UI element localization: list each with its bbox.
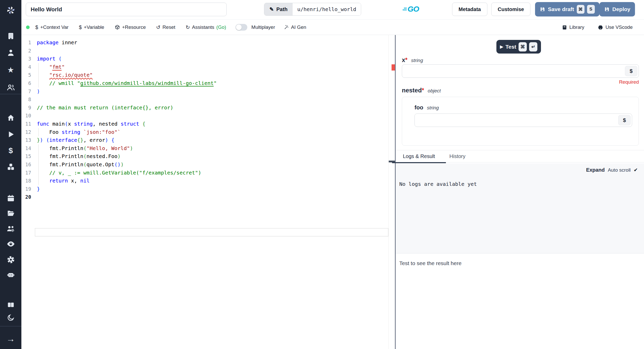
topbar: ✎ Path u/henri/hello_world GO Metadata C… [21, 0, 644, 20]
result-tabs: Logs & Result History [396, 150, 644, 162]
line-number: 19 [21, 185, 31, 193]
editor-overview-ruler[interactable] [388, 35, 395, 349]
library-button[interactable]: Library [562, 24, 584, 30]
autoscroll-checkbox[interactable]: ✔ [634, 167, 638, 173]
sidebar-item-audit[interactable] [0, 237, 21, 251]
nested-field-label: nested* object [402, 87, 441, 94]
rotate-ccw-icon: ↺ [156, 25, 160, 30]
customise-button[interactable]: Customise [491, 3, 530, 16]
sidebar-item-dark-mode[interactable] [0, 310, 21, 325]
assistants-button[interactable]: ↻ Assistants (Go) [186, 24, 226, 30]
sidebar-item-groups[interactable] [0, 80, 21, 95]
autoscroll-label: Auto scroll [608, 167, 631, 173]
code-line: // the main must return (interface{}, er… [37, 104, 388, 112]
code-line: } [37, 185, 388, 193]
sidebar-collapse-button[interactable]: → [0, 331, 21, 346]
assistants-lang-badge: (Go) [216, 24, 226, 30]
robot-icon [6, 271, 15, 279]
sidebar-item-variables[interactable]: $ [0, 143, 21, 158]
script-title-input[interactable] [26, 3, 227, 16]
editor-code[interactable]: package innerimport ( "fmt" "rsc.io/quot… [37, 39, 388, 201]
path-button-label: Path [276, 6, 287, 12]
status-green-dot [26, 25, 30, 29]
package-box-icon [115, 25, 120, 30]
code-line: return x, nil [37, 177, 388, 185]
code-line: ) [37, 88, 388, 96]
wand-icon [284, 25, 289, 30]
add-context-var-label: +Context Var [40, 24, 69, 30]
line-number: 20 [21, 193, 31, 201]
dollar-icon: $ [79, 25, 82, 30]
moon-icon [7, 314, 15, 321]
code-line: fmt.Println("Hello, World") [37, 144, 388, 153]
add-context-var-button[interactable]: $ +Context Var [35, 24, 69, 30]
x-field-var-picker-button[interactable]: $ [625, 66, 637, 76]
workspace-building-icon [7, 32, 15, 40]
github-icon [598, 24, 603, 30]
deploy-label: Deploy [612, 6, 630, 12]
line-number: 7 [21, 88, 31, 96]
metadata-button[interactable]: Metadata [452, 3, 487, 16]
sidebar-item-home[interactable] [0, 111, 21, 125]
nested-field-name: nested [402, 87, 422, 94]
dollar-icon: $ [35, 25, 38, 30]
sidebar-item-user[interactable] [0, 46, 21, 60]
path-value[interactable]: u/henri/hello_world [293, 3, 361, 15]
path-group: ✎ Path u/henri/hello_world [264, 3, 361, 16]
add-resource-button[interactable]: +Resource [115, 24, 146, 30]
save-icon [604, 6, 610, 12]
dollar-icon: $ [9, 147, 13, 154]
assistants-label: Assistants [192, 24, 214, 30]
add-variable-label: +Variable [84, 24, 104, 30]
eye-icon [6, 240, 15, 248]
save-icon [540, 6, 545, 12]
multiplayer-toggle[interactable] [235, 24, 247, 31]
sidebar-item-docs[interactable] [0, 298, 21, 312]
use-vscode-label: Use VScode [605, 24, 633, 30]
code-line: "rsc.io/quote" [37, 71, 388, 79]
sidebar-item-resources[interactable] [0, 160, 21, 174]
x-field-type: string [411, 58, 423, 63]
windmill-logo[interactable] [0, 3, 21, 18]
line-number: 16 [21, 161, 31, 169]
add-variable-button[interactable]: $ +Variable [79, 24, 104, 30]
code-editor[interactable]: 1234567891011121314151617181920 package … [21, 35, 395, 349]
sidebar-item-folders[interactable] [0, 206, 21, 220]
user-icon [7, 49, 15, 57]
sidebar-item-workers[interactable] [0, 222, 21, 236]
sidebar-item-settings[interactable] [0, 252, 21, 267]
line-number: 13 [21, 136, 31, 144]
nested-object-box: foo string $ [402, 97, 639, 146]
cubes-icon [7, 163, 15, 171]
test-button[interactable]: ▶ Test ⌘ ↵ [496, 40, 541, 54]
sidebar-item-favorites[interactable]: ★ [0, 63, 21, 77]
tab-logs-result[interactable]: Logs & Result [396, 150, 442, 162]
sidebar-item-schedules[interactable] [0, 191, 21, 205]
line-number: 3 [21, 55, 31, 63]
x-field-input[interactable] [402, 64, 639, 78]
reset-button[interactable]: ↺ Reset [156, 24, 175, 30]
kbd-cmd: ⌘ [519, 42, 527, 51]
line-number: 15 [21, 152, 31, 161]
code-line: import ( [37, 55, 388, 63]
required-asterisk: * [422, 87, 424, 94]
users-icon [7, 83, 15, 92]
kbd-s: S [587, 5, 595, 14]
expand-button[interactable]: Expand [586, 167, 605, 173]
save-draft-button[interactable]: Save draft ⌘ S [535, 2, 599, 16]
logs-empty-message: No logs are available yet [399, 181, 477, 187]
sidebar-item-runs[interactable] [0, 127, 21, 142]
use-vscode-button[interactable]: Use VScode [598, 24, 633, 30]
tab-history[interactable]: History [442, 150, 473, 162]
code-line [37, 112, 388, 120]
deploy-button[interactable]: Deploy [599, 2, 635, 16]
foo-field-input[interactable] [414, 114, 632, 127]
sidebar-item-ai[interactable] [0, 268, 21, 282]
sidebar-item-workspace[interactable] [0, 29, 21, 43]
ai-gen-button[interactable]: AI Gen [284, 24, 306, 30]
foo-field-var-picker-button[interactable]: $ [618, 115, 631, 125]
path-button[interactable]: ✎ Path [264, 3, 293, 15]
line-number: 2 [21, 47, 31, 55]
arrow-right-icon: → [6, 334, 15, 343]
line-number: 11 [21, 120, 31, 128]
